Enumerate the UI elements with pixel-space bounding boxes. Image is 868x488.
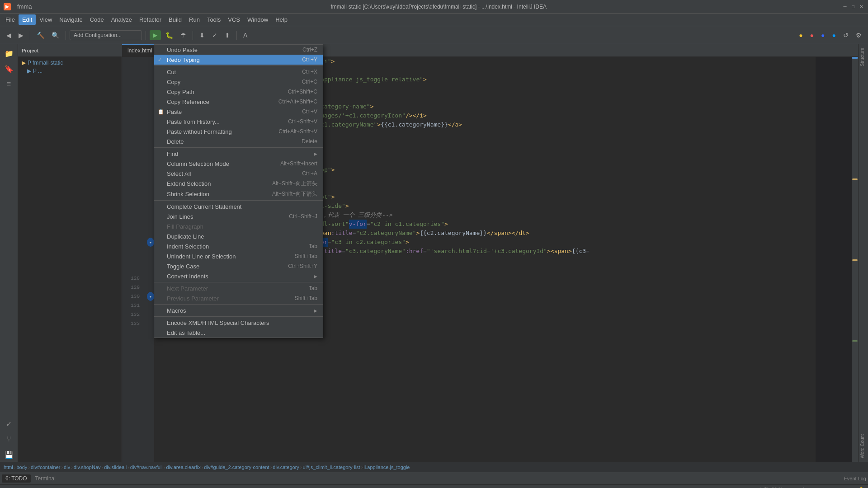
sidebar-structure-icon[interactable]: ≡ (2, 77, 16, 91)
menu-paste[interactable]: 📋 Paste Ctrl+V (154, 107, 323, 117)
breadcrumb-area[interactable]: div.area.clearfix (166, 465, 200, 470)
menu-column-selection-shortcut: Alt+Shift+Insert (280, 160, 317, 167)
debug-button[interactable]: 🐛 (163, 30, 176, 41)
run-button[interactable]: ▶ (150, 30, 161, 40)
menu-build[interactable]: Build (165, 14, 185, 25)
menu-select-all[interactable]: Select All Ctrl+A (154, 169, 323, 178)
browser-chrome-icon[interactable]: ● (796, 30, 805, 41)
menu-indent-selection[interactable]: Indent Selection Tab (154, 241, 323, 251)
right-scrollbar[interactable] (852, 57, 858, 462)
menu-window[interactable]: Window (244, 14, 272, 25)
breadcrumb-ul[interactable]: ul#js_climit_li.category-list (303, 465, 360, 470)
breadcrumb-li[interactable]: li.appliance.js_toggle (363, 465, 410, 470)
git-push-button[interactable]: ⬆ (222, 30, 233, 41)
git-commit-button[interactable]: ✓ (209, 30, 220, 41)
menu-view[interactable]: View (36, 14, 56, 25)
breadcrumb-navfull[interactable]: div#nav.navfull (130, 465, 163, 470)
breadcrumb-category[interactable]: div.category (273, 465, 299, 470)
breadcrumb-container[interactable]: div#container (31, 465, 60, 470)
menu-run[interactable]: Run (185, 14, 203, 25)
menu-tools[interactable]: Tools (203, 14, 224, 25)
event-log-link[interactable]: Event Log (844, 476, 866, 481)
tab-index-html[interactable]: index.html (122, 44, 158, 56)
breadcrumb-div[interactable]: div (64, 465, 70, 470)
sidebar-git-icon[interactable]: ⑂ (2, 432, 16, 446)
menu-file[interactable]: File (2, 14, 19, 25)
menu-column-selection-label: Column Selection Mode (167, 160, 229, 167)
browser-firefox-icon[interactable]: ● (807, 30, 816, 41)
menu-edit[interactable]: Edit (19, 14, 36, 25)
menu-toggle-case[interactable]: Toggle Case Ctrl+Shift+Y (154, 261, 323, 271)
back-button[interactable]: ◀ (4, 30, 14, 41)
close-button[interactable]: ✕ (858, 4, 864, 10)
browser-ie-icon[interactable]: ● (818, 30, 827, 41)
vtab-word-count[interactable]: Word Count (859, 431, 868, 462)
toolbar: ◀ ▶ 🔨 🔍 Add Configuration... ▶ 🐛 ☂ ⬇ ✓ ⬆… (0, 26, 868, 44)
menu-code[interactable]: Code (86, 14, 108, 25)
menu-navigate[interactable]: Navigate (56, 14, 86, 25)
search-everything-button[interactable]: 🔍 (49, 30, 62, 41)
menu-complete-statement[interactable]: Complete Current Statement (154, 202, 323, 211)
refresh-button[interactable]: ↺ (840, 30, 851, 41)
tab-todo[interactable]: 6: TODO (2, 474, 31, 483)
build-button[interactable]: 🔨 (34, 30, 47, 41)
project-tree-root[interactable]: ▶ P fmmall-static (22, 59, 118, 67)
menu-next-parameter-label: Next Parameter (167, 285, 208, 292)
menu-cut-shortcut: Ctrl+X (302, 69, 317, 75)
menu-column-selection[interactable]: Column Selection Mode Alt+Shift+Insert (154, 159, 323, 169)
menu-fill-paragraph-label: Fill Paragraph (167, 223, 203, 230)
menu-cut[interactable]: Cut Ctrl+X (154, 67, 323, 77)
editor-area: index.html 128129130131132133 (122, 44, 858, 462)
menu-delete[interactable]: Delete Delete (154, 136, 323, 146)
browser-safari-icon[interactable]: ● (830, 30, 839, 41)
breadcrumb-slideall[interactable]: div.slideall (104, 465, 127, 470)
sidebar-bookmark-icon[interactable]: 🔖 (2, 61, 16, 76)
vtab-structure[interactable]: Structure (859, 44, 868, 70)
breadcrumb-guide[interactable]: div#guide_2.category-content (204, 465, 269, 470)
sidebar-database-icon[interactable]: 💾 (2, 447, 16, 462)
sidebar-project-icon[interactable]: 📁 (2, 46, 16, 61)
menu-join-lines[interactable]: Join Lines Ctrl+Shift+J (154, 211, 323, 221)
coverage-button[interactable]: ☂ (178, 30, 189, 41)
menu-refactor[interactable]: Refactor (136, 14, 165, 25)
menu-help[interactable]: Help (272, 14, 291, 25)
maximize-button[interactable]: □ (850, 4, 856, 10)
menu-unindent-shortcut: Shift+Tab (295, 253, 317, 259)
menu-extend-selection[interactable]: Extend Selection Alt+Shift+向上箭头 (154, 178, 323, 189)
sidebar-todo-icon[interactable]: ✓ (2, 417, 16, 431)
menu-shrink-selection[interactable]: Shrink Selection Alt+Shift+向下箭头 (154, 189, 323, 199)
run-configuration[interactable]: Add Configuration... (70, 30, 142, 40)
menu-analyze[interactable]: Analyze (108, 14, 136, 25)
menu-macros[interactable]: Macros ▶ (154, 305, 323, 315)
project-tree-item-1[interactable]: ▶P ... (22, 67, 118, 75)
git-update-button[interactable]: ⬇ (197, 30, 208, 41)
menu-copy-path[interactable]: Copy Path Ctrl+Shift+C (154, 87, 323, 97)
tab-terminal[interactable]: Terminal (32, 474, 59, 483)
forward-button[interactable]: ▶ (16, 30, 26, 41)
breadcrumb-body[interactable]: body (16, 465, 27, 470)
minimize-button[interactable]: ─ (842, 4, 848, 10)
menu-copy[interactable]: Copy Ctrl+C (154, 77, 323, 87)
menu-edit-as-table[interactable]: Edit as Table... (154, 328, 323, 338)
menu-select-all-label: Select All (167, 170, 191, 177)
menu-convert-indents[interactable]: Convert Indents ▶ (154, 271, 323, 281)
menu-redo-typing-label: Redo Typing (167, 56, 200, 63)
menu-fmma[interactable]: fmma (14, 1, 36, 12)
menu-extend-selection-label: Extend Selection (167, 180, 211, 187)
menu-unindent[interactable]: Unindent Line or Selection Shift+Tab (154, 251, 323, 261)
translate-button[interactable]: A (241, 30, 250, 41)
breadcrumb-shopnav[interactable]: div.shopNav (74, 465, 101, 470)
menu-undo-paste[interactable]: Undo Paste Ctrl+Z (154, 45, 323, 55)
menu-bar: File Edit View Navigate Code Analyze Ref… (0, 14, 868, 26)
menu-paste-without-format[interactable]: Paste without Formatting Ctrl+Alt+Shift+… (154, 127, 323, 136)
menu-redo-typing[interactable]: ✓ Redo Typing Ctrl+Y (154, 55, 323, 65)
main-layout: 📁 🔖 ≡ ✓ ⑂ 💾 Project ▶ P fmmall-static ▶P… (0, 44, 868, 462)
menu-duplicate-line[interactable]: Duplicate Line (154, 231, 323, 241)
inspect-button[interactable]: ⚙ (853, 30, 864, 41)
menu-find[interactable]: Find ▶ (154, 149, 323, 159)
menu-vcs[interactable]: VCS (224, 14, 244, 25)
breadcrumb-html[interactable]: html (4, 465, 13, 470)
menu-copy-reference[interactable]: Copy Reference Ctrl+Alt+Shift+C (154, 97, 323, 107)
menu-encode-xml[interactable]: Encode XML/HTML Special Characters (154, 318, 323, 328)
menu-paste-history[interactable]: Paste from History... Ctrl+Shift+V (154, 117, 323, 127)
